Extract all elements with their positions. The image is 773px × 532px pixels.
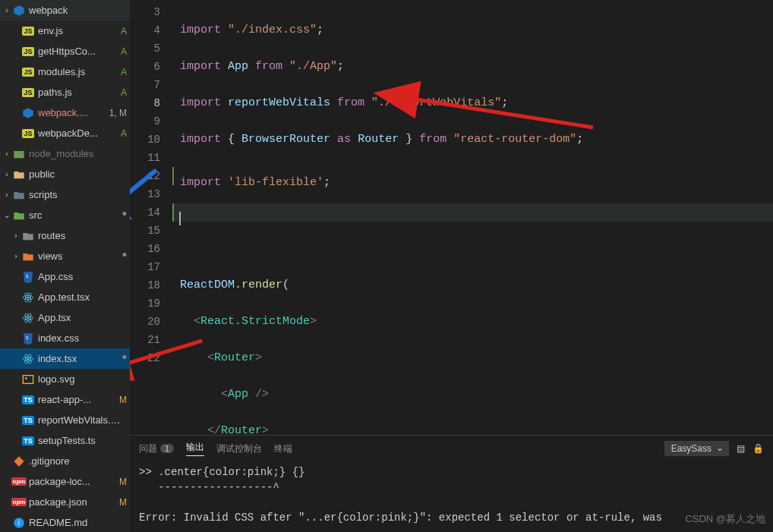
tree-item-node-modules[interactable]: ›node_modules (0, 143, 130, 164)
svg-marker-1 (23, 108, 33, 118)
file-label: logo.svg (38, 373, 130, 385)
file-label: App.test.tsx (38, 291, 130, 303)
scm-status: M (119, 497, 127, 508)
file-icon (12, 189, 26, 201)
file-icon: npm (12, 498, 26, 506)
tree-item-reportwebvitals--[interactable]: TSreportWebVitals.… (0, 410, 130, 430)
file-icon: TS (21, 416, 35, 425)
code-content[interactable]: import "./index.css"; import App from ".… (172, 3, 773, 435)
tree-item-views[interactable]: ›views• (0, 246, 130, 266)
tab-problems[interactable]: 问题 1 (139, 442, 174, 455)
tree-item-index-tsx[interactable]: index.tsx• (0, 348, 130, 369)
tree-item-package-json[interactable]: npmpackage.jsonM (0, 492, 130, 512)
file-icon: JS (21, 47, 35, 56)
tab-debug-console[interactable]: 调试控制台 (216, 442, 262, 455)
tab-debug-label: 调试控制台 (216, 442, 262, 455)
tree-item-package-loc---[interactable]: npmpackage-loc...M (0, 471, 130, 492)
chevron-icon: › (2, 170, 12, 178)
tab-output[interactable]: 输出 (186, 441, 204, 456)
file-label: reportWebVitals.… (38, 414, 130, 426)
tree-item-gethttpsco---[interactable]: JSgetHttpsCo...A (0, 41, 130, 61)
file-icon (12, 168, 26, 181)
chevron-icon: › (11, 252, 21, 260)
tree-item-webpackde---[interactable]: JSwebpackDe...A (0, 123, 130, 143)
tree-item-webpack----[interactable]: webpack....1, M (0, 102, 130, 123)
file-icon (21, 291, 35, 304)
scm-status: • (122, 251, 127, 262)
file-label: package.json (29, 496, 130, 508)
output-body[interactable]: >> .center{color:pink;} {} -------------… (130, 461, 773, 532)
tree-item-logo-svg[interactable]: logo.svg (0, 369, 130, 389)
tree-item--gitignore[interactable]: .gitignore (0, 451, 130, 471)
tree-item-routes[interactable]: ›routes (0, 225, 130, 246)
file-label: setupTests.ts (38, 435, 130, 446)
tree-item-paths-js[interactable]: JSpaths.jsA (0, 82, 130, 102)
svg-text:i: i (18, 519, 20, 527)
scm-status: A (121, 26, 127, 36)
file-label: index.css (38, 332, 130, 344)
file-icon: 3 (21, 271, 35, 283)
file-icon: JS (21, 68, 35, 77)
file-label: routes (38, 230, 130, 241)
file-label: scripts (29, 189, 130, 200)
file-label: .gitignore (29, 455, 130, 467)
tree-item-src[interactable]: ⌄src• (0, 205, 130, 225)
svg-point-8 (27, 316, 30, 319)
output-line-3: Error: Invalid CSS after "...er{color:pi… (139, 512, 668, 524)
file-icon (12, 148, 26, 160)
scm-status: A (121, 46, 127, 57)
file-label: App.css (38, 271, 130, 282)
file-icon (21, 250, 35, 263)
file-icon (21, 107, 35, 119)
tree-item-index-css[interactable]: 3index.css (0, 328, 130, 348)
file-icon (21, 312, 35, 324)
file-label: modules.js (38, 66, 130, 77)
file-explorer-sidebar[interactable]: ›webpackJSenv.jsAJSgetHttpsCo...AJSmodul… (0, 0, 130, 532)
tree-item-app-tsx[interactable]: App.tsx (0, 307, 130, 328)
tree-item-scripts[interactable]: ›scripts (0, 184, 130, 205)
file-label: react-app-... (38, 394, 130, 405)
file-icon: TS (21, 395, 35, 405)
file-icon (12, 5, 26, 17)
scm-status: A (121, 67, 127, 77)
code-area: 345678910111213141516171819202122 import… (130, 0, 773, 435)
file-label: views (38, 250, 130, 262)
chevron-icon: › (2, 190, 12, 199)
tab-output-label: 输出 (186, 441, 204, 454)
tab-terminal-label: 终端 (274, 442, 292, 455)
file-label: webpack (29, 5, 130, 16)
tree-item-app-css[interactable]: 3App.css (0, 266, 130, 287)
split-panel-icon[interactable]: ▤ (737, 443, 745, 454)
lock-icon[interactable]: 🔒 (752, 443, 764, 454)
file-icon (21, 353, 35, 365)
scm-status: M (119, 477, 127, 487)
line-gutter: 345678910111213141516171819202122 (130, 3, 172, 435)
tree-item-setuptests-ts[interactable]: TSsetupTests.ts (0, 430, 130, 451)
panel-tabs: 问题 1 输出 调试控制台 终端 EasySass ▤ 🔒 (130, 436, 773, 461)
svg-point-4 (27, 296, 30, 298)
chevron-icon: ⌄ (2, 211, 12, 219)
tree-item-react-app----[interactable]: TSreact-app-...M (0, 389, 130, 410)
tree-item-env-js[interactable]: JSenv.jsA (0, 20, 130, 41)
tree-item-app-test-tsx[interactable]: App.test.tsx (0, 287, 130, 307)
problems-count-badge: 1 (160, 444, 174, 453)
scm-status: M (119, 395, 127, 405)
file-label: getHttpsCo... (38, 46, 130, 57)
file-label: paths.js (38, 87, 130, 98)
tree-item-readme-md[interactable]: iREADME.md (0, 512, 130, 532)
file-label: App.tsx (38, 312, 130, 323)
file-icon: JS (21, 88, 35, 97)
output-line-1: >> .center{color:pink;} {} (139, 466, 304, 478)
scm-status: 1, M (109, 108, 127, 118)
tree-item-webpack[interactable]: ›webpack (0, 0, 130, 20)
watermark-text: CSDN @募人之地 (685, 512, 765, 526)
tree-item-public[interactable]: ›public (0, 164, 130, 184)
tree-item-modules-js[interactable]: JSmodules.jsA (0, 61, 130, 82)
output-line-2: ------------------^ (139, 481, 279, 493)
scm-status: • (122, 354, 127, 364)
file-label: index.tsx (38, 353, 130, 364)
tab-terminal[interactable]: 终端 (274, 442, 292, 455)
svg-rect-17 (23, 375, 33, 383)
bottom-panel: 问题 1 输出 调试控制台 终端 EasySass ▤ 🔒 >> .center… (130, 435, 773, 532)
output-channel-select[interactable]: EasySass (664, 441, 729, 456)
